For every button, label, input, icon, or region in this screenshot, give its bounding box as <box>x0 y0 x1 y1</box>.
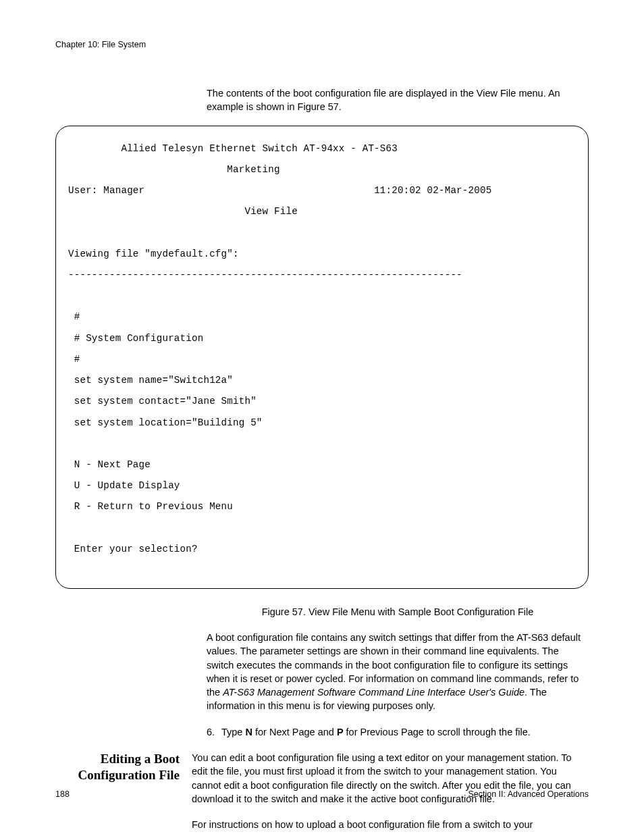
step-6: 6. Type N for Next Page and P for Previo… <box>207 725 589 739</box>
terminal-cfg-line: set system location="Building 5" <box>68 418 576 429</box>
terminal-blank <box>68 228 576 239</box>
page-footer: 188 Section II: Advanced Operations <box>55 789 589 801</box>
terminal-title: Allied Telesyn Ethernet Switch AT-94xx -… <box>68 144 576 155</box>
terminal-cfg-line: # <box>68 312 576 323</box>
terminal-viewing: Viewing file "mydefault.cfg": <box>68 249 576 260</box>
key-n: N <box>245 727 252 737</box>
edit-para-2: For instructions on how to upload a boot… <box>192 818 589 834</box>
side-heading: Editing a Boot Configuration File <box>55 751 192 783</box>
terminal-subtitle: Marketing <box>68 165 576 176</box>
terminal-screenshot: Allied Telesyn Ethernet Switch AT-94xx -… <box>55 126 589 589</box>
terminal-hr: ----------------------------------------… <box>68 270 576 281</box>
terminal-cfg-line: set system name="Switch12a" <box>68 375 576 386</box>
terminal-datetime: 11:20:02 02-Mar-2005 <box>374 185 491 196</box>
post-figure-paragraph: A boot configuration file contains any s… <box>207 631 589 713</box>
side-heading-text: Editing a Boot Configuration File <box>78 752 180 782</box>
terminal-blank <box>68 523 576 534</box>
terminal-user-line: User: Manager 11:20:02 02-Mar-2005 <box>68 186 576 197</box>
intro-paragraph-block: The contents of the boot configuration f… <box>207 86 589 114</box>
key-p: P <box>337 727 344 737</box>
terminal-menu-line: U - Update Display <box>68 481 576 492</box>
terminal-blank <box>68 291 576 302</box>
terminal-cfg-line: # <box>68 355 576 365</box>
step-text-part: for Next Page and <box>252 727 337 737</box>
terminal-blank <box>68 439 576 450</box>
terminal-menu-line: N - Next Page <box>68 460 576 471</box>
post-figure-block: A boot configuration file contains any s… <box>207 631 589 739</box>
guide-title: AT-S63 Management Software Command Line … <box>223 687 525 698</box>
terminal-cfg-line: # System Configuration <box>68 334 576 344</box>
terminal-cfg-line: set system contact="Jane Smith" <box>68 396 576 407</box>
step-text-part: for Previous Page to scroll through the … <box>344 727 531 737</box>
terminal-screen-name: View File <box>68 207 576 217</box>
page-number: 188 <box>55 789 70 801</box>
terminal-menu-line: R - Return to Previous Menu <box>68 502 576 513</box>
step-number: 6. <box>207 725 221 739</box>
page-header: Chapter 10: File System <box>55 39 589 51</box>
section-label: Section II: Advanced Operations <box>468 789 589 801</box>
terminal-user: User: Manager <box>68 185 144 196</box>
page: Chapter 10: File System The contents of … <box>0 0 644 834</box>
figure-caption: Figure 57. View File Menu with Sample Bo… <box>207 605 589 619</box>
step-text-part: Type <box>221 727 245 737</box>
step-text: Type N for Next Page and P for Previous … <box>221 725 531 739</box>
terminal-prompt: Enter your selection? <box>68 544 576 555</box>
chapter-label: Chapter 10: File System <box>55 40 146 49</box>
intro-paragraph: The contents of the boot configuration f… <box>207 86 589 114</box>
